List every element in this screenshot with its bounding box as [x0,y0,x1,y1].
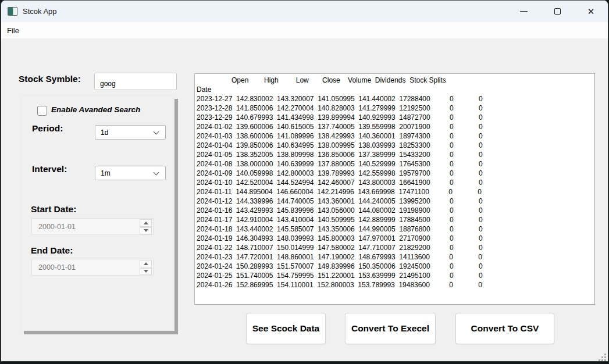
table-row: 2023-12-29 140.679993 141.434998 139.899… [197,113,594,122]
step-down-button[interactable] [140,268,152,276]
window-title: Stcok App [23,7,57,16]
window-controls: ✕ [507,1,608,22]
end-date-spinbox[interactable]: 2000-01-01 [31,259,154,276]
table-row: 2024-01-09 140.059998 142.800003 139.789… [197,169,594,178]
table-index-row: Date [197,85,594,94]
end-date-label: End Date: [31,245,73,256]
table-row: 2024-01-03 138.600006 141.089996 138.429… [197,131,594,141]
start-date-steppers [140,219,152,234]
see-stock-data-button[interactable]: See Scock Data [246,313,326,344]
table-row: 2024-01-04 139.850006 140.634995 138.009… [197,141,594,150]
period-label: Period: [32,123,63,134]
start-date-value: 2000-01-01 [38,223,76,231]
maximize-button[interactable] [540,1,574,22]
table-row: 2023-12-28 141.850006 142.270004 140.828… [197,104,594,113]
chevron-down-icon [154,129,159,135]
convert-to-excel-button[interactable]: Convert To Execel [345,313,436,344]
table-row: 2024-01-12 144.339996 144.740005 143.360… [197,197,594,206]
start-date-spinbox[interactable]: 2000-01-01 [31,218,154,235]
table-row: 2024-01-19 146.304993 148.039993 145.800… [197,234,594,243]
close-icon: ✕ [587,7,595,16]
advanced-search-label: Enable Avanded Search [51,105,140,114]
arrow-down-icon [144,270,148,273]
arrow-up-icon [144,222,148,224]
table-row: 2024-01-18 143.440002 145.585007 143.350… [197,224,594,234]
start-date-label: Start Date: [31,204,76,215]
arrow-down-icon [144,229,148,232]
table-row: 2024-01-24 150.289993 151.570007 149.839… [197,262,594,271]
minimize-icon [520,11,528,12]
interval-value: 1m [101,169,111,177]
table-row: 2024-01-22 148.710007 150.014999 147.580… [197,243,594,252]
table-row: 2024-01-02 139.600006 140.615005 137.740… [197,122,594,131]
table-row: 2024-01-08 138.000000 140.639999 137.880… [197,159,594,169]
minimize-button[interactable] [507,1,540,22]
main-content: Stock Symble: Enable Avanded Search Peri… [1,38,608,362]
close-button[interactable]: ✕ [574,1,608,22]
menu-bar: File [1,22,608,38]
chevron-down-icon [154,170,159,176]
end-date-steppers [140,260,152,275]
stock-data-text[interactable]: Open High Low Close Volume Dividends Sto… [194,73,595,305]
advanced-search-checkbox[interactable] [37,106,47,116]
table-row: 2024-01-23 147.720001 148.860001 147.190… [197,252,594,262]
convert-to-csv-button[interactable]: Convert To CSV [455,313,554,344]
table-row: 2024-01-25 151.740005 154.759995 151.220… [197,271,594,280]
table-header-row: Open High Low Close Volume Dividends Sto… [197,76,594,85]
table-row: 2024-01-10 142.520004 144.524994 142.460… [197,178,594,187]
resize-grip[interactable] [597,352,606,361]
table-row: 2023-12-27 142.830002 143.320007 141.050… [197,94,594,104]
stock-symbol-label: Stock Symble: [19,74,81,84]
table-row: 2024-01-05 138.352005 138.809998 136.850… [197,150,594,159]
table-row: 2024-01-11 144.895004 146.660004 142.214… [197,187,594,197]
interval-label: Intervel: [32,164,67,174]
table-row: 2024-01-26 152.869995 154.110001 152.800… [197,280,594,290]
menu-item-file[interactable]: File [1,26,25,35]
arrow-up-icon [144,262,148,265]
step-down-button[interactable] [140,227,152,235]
app-icon [8,7,17,16]
end-date-value: 2000-01-01 [38,263,76,272]
maximize-icon [554,8,561,15]
table-row: 2024-01-16 143.429993 145.839996 143.056… [197,206,594,215]
table-row: 2024-01-17 142.910004 143.410004 140.509… [197,215,594,224]
step-up-button[interactable] [140,260,152,267]
interval-combobox[interactable]: 1m [95,166,166,180]
stock-symbol-input[interactable] [94,73,177,90]
step-up-button[interactable] [140,219,152,227]
title-bar[interactable]: Stcok App ✕ [1,1,608,22]
app-window: Stcok App ✕ File Stock Symble: Enable Av… [1,0,608,362]
period-combobox[interactable]: 1d [95,125,166,140]
period-value: 1d [101,129,108,137]
advanced-search-frame: Enable Avanded Search Period: 1d Interve… [20,95,174,331]
